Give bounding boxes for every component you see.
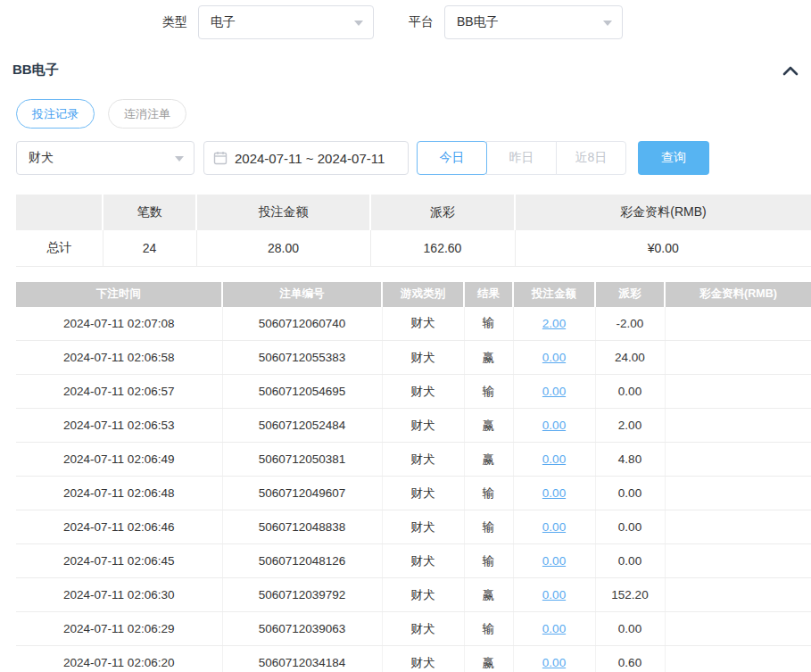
cell-order-no: 5060712060740 xyxy=(222,307,382,341)
cell-payout: 2.00 xyxy=(595,409,665,443)
table-row: 2024-07-11 02:06:48 5060712049607 财犬 输 0… xyxy=(16,477,811,510)
table-row: 2024-07-11 02:06:30 5060712039792 财犬 赢 0… xyxy=(16,578,811,612)
yesterday-button[interactable]: 昨日 xyxy=(486,141,557,175)
summary-header-empty xyxy=(16,195,103,230)
cell-time: 2024-07-11 02:06:46 xyxy=(16,510,222,544)
type-label: 类型 xyxy=(162,14,187,30)
platform-select-value: BB电子 xyxy=(457,14,499,30)
date-range-picker[interactable]: 2024-07-11 ~ 2024-07-11 xyxy=(203,141,409,175)
tab-cancelled-orders[interactable]: 连消注单 xyxy=(108,99,186,129)
cell-bet: 0.00 xyxy=(513,443,595,477)
cell-time: 2024-07-11 02:06:48 xyxy=(16,477,222,510)
cell-bet: 0.00 xyxy=(513,510,595,544)
records-header-bet-amount: 投注金额 xyxy=(513,282,595,307)
summary-header-bet-amount: 投注金额 xyxy=(196,195,370,230)
table-row: 2024-07-11 02:06:57 5060712054695 财犬 输 0… xyxy=(16,375,811,409)
cell-bet: 0.00 xyxy=(513,341,595,375)
query-button[interactable]: 查询 xyxy=(638,141,709,175)
summary-table: 笔数 投注金额 派彩 彩金资料(RMB) 总计 24 28.00 162.60 … xyxy=(16,195,811,267)
cell-time: 2024-07-11 02:06:29 xyxy=(16,612,222,646)
platform-label: 平台 xyxy=(409,14,434,30)
cell-bet: 0.00 xyxy=(513,409,595,443)
table-row: 2024-07-11 02:06:46 5060712048838 财犬 输 0… xyxy=(16,510,811,544)
cell-payout: 0.00 xyxy=(595,477,665,510)
cell-bet: 0.00 xyxy=(513,477,595,510)
type-select[interactable]: 电子 xyxy=(198,5,374,39)
bet-amount-link[interactable]: 0.00 xyxy=(542,452,566,466)
cell-order-no: 5060712039792 xyxy=(222,578,382,612)
game-select[interactable]: 财犬 xyxy=(16,141,194,175)
cell-payout: 152.20 xyxy=(595,578,665,612)
cell-game: 财犬 xyxy=(382,477,464,510)
bet-amount-link[interactable]: 0.00 xyxy=(542,419,566,432)
cell-time: 2024-07-11 02:06:20 xyxy=(16,646,222,672)
cell-order-no: 5060712034184 xyxy=(222,646,382,672)
summary-header-bonus: 彩金资料(RMB) xyxy=(515,195,811,230)
summary-total-bet-amount: 28.00 xyxy=(196,230,370,266)
platform-select[interactable]: BB电子 xyxy=(444,5,623,39)
cell-bet: 0.00 xyxy=(513,612,595,646)
records-header-payout: 派彩 xyxy=(595,282,665,307)
cell-bet: 0.00 xyxy=(513,646,595,672)
last-8-days-button[interactable]: 近8日 xyxy=(556,141,626,175)
bet-amount-link[interactable]: 2.00 xyxy=(542,317,566,330)
chevron-down-icon xyxy=(354,21,363,26)
chevron-down-icon xyxy=(603,21,612,26)
bet-amount-link[interactable]: 0.00 xyxy=(542,520,566,534)
bet-amount-link[interactable]: 0.00 xyxy=(542,622,566,635)
cell-time: 2024-07-11 02:06:45 xyxy=(16,544,222,578)
cell-order-no: 5060712048126 xyxy=(222,544,382,578)
section-title: BB电子 xyxy=(12,62,59,79)
type-select-value: 电子 xyxy=(211,14,236,30)
cell-bonus xyxy=(665,477,811,510)
cell-order-no: 5060712049607 xyxy=(222,477,382,510)
records-header-time: 下注时间 xyxy=(16,282,222,307)
cell-payout: 0.00 xyxy=(595,510,665,544)
cell-game: 财犬 xyxy=(382,612,464,646)
cell-bonus xyxy=(665,341,811,375)
records-header-order-no: 注单编号 xyxy=(222,282,382,307)
cell-order-no: 5060712052484 xyxy=(222,409,382,443)
cell-bonus xyxy=(665,307,811,341)
cell-result: 赢 xyxy=(464,443,513,477)
date-range-value: 2024-07-11 ~ 2024-07-11 xyxy=(235,151,385,166)
chevron-up-icon[interactable] xyxy=(782,64,799,77)
table-row: 2024-07-11 02:06:20 5060712034184 财犬 赢 0… xyxy=(16,646,811,672)
cell-game: 财犬 xyxy=(382,443,464,477)
bet-amount-link[interactable]: 0.00 xyxy=(542,351,566,364)
cell-bonus xyxy=(665,646,811,672)
cell-bonus xyxy=(665,578,811,612)
today-button[interactable]: 今日 xyxy=(417,141,487,175)
cell-payout: -2.00 xyxy=(595,307,665,341)
cell-bet: 0.00 xyxy=(513,544,595,578)
section-header: BB电子 xyxy=(12,62,799,79)
cell-order-no: 5060712050381 xyxy=(222,443,382,477)
cell-game: 财犬 xyxy=(382,307,464,341)
bet-amount-link[interactable]: 0.00 xyxy=(542,554,566,568)
cell-bet: 0.00 xyxy=(513,578,595,612)
cell-bonus xyxy=(665,612,811,646)
cell-game: 财犬 xyxy=(382,510,464,544)
bet-amount-link[interactable]: 0.00 xyxy=(542,486,566,500)
cell-payout: 24.00 xyxy=(595,341,665,375)
game-select-value: 财犬 xyxy=(29,150,54,166)
summary-total-label: 总计 xyxy=(16,230,103,266)
cell-game: 财犬 xyxy=(382,341,464,375)
cell-order-no: 5060712048838 xyxy=(222,510,382,544)
bet-amount-link[interactable]: 0.00 xyxy=(542,588,566,601)
summary-total-bonus: ¥0.00 xyxy=(515,230,811,266)
cell-payout: 0.00 xyxy=(595,612,665,646)
cell-bonus xyxy=(665,409,811,443)
cell-game: 财犬 xyxy=(382,578,464,612)
bet-amount-link[interactable]: 0.00 xyxy=(542,656,566,669)
top-filter-bar: 类型 电子 平台 BB电子 xyxy=(162,4,811,40)
cell-result: 输 xyxy=(464,510,513,544)
summary-header-payout: 派彩 xyxy=(370,195,515,230)
bet-amount-link[interactable]: 0.00 xyxy=(542,385,566,398)
cell-game: 财犬 xyxy=(382,544,464,578)
cell-result: 输 xyxy=(464,612,513,646)
cell-result: 赢 xyxy=(464,646,513,672)
tab-bet-records[interactable]: 投注记录 xyxy=(16,99,95,129)
summary-header-count: 笔数 xyxy=(103,195,196,230)
cell-game: 财犬 xyxy=(382,375,464,409)
